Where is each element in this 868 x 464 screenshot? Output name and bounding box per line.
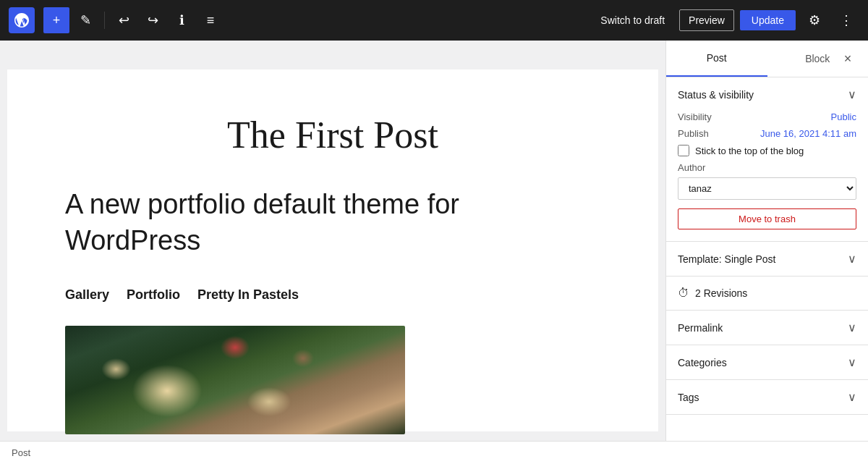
post-image-inner: [65, 326, 405, 434]
permalink-row[interactable]: Permalink ∨: [666, 311, 868, 345]
publish-value[interactable]: June 16, 2021 4:11 am: [760, 128, 856, 139]
toolbar-right: Switch to draft Preview Update ⚙ ⋮: [592, 7, 859, 33]
visibility-label: Visibility: [678, 111, 712, 122]
settings-button[interactable]: ⚙: [801, 7, 827, 33]
editor-content: The First Post A new portfolio default t…: [7, 69, 658, 431]
list-view-button[interactable]: ≡: [197, 7, 224, 33]
stick-to-top-row: Stick to the top of the blog: [678, 145, 856, 156]
status-visibility-section: Status & visibility ∨ Visibility Public …: [666, 77, 868, 242]
switch-to-draft-button[interactable]: Switch to draft: [592, 9, 673, 32]
categories-label: Categories: [678, 357, 727, 368]
status-bar-label: Post: [12, 447, 30, 458]
status-visibility-label: Status & visibility: [678, 89, 754, 101]
main-area: The First Post A new portfolio default t…: [0, 41, 868, 441]
visibility-value[interactable]: Public: [831, 111, 856, 122]
editor-area: The First Post A new portfolio default t…: [0, 41, 665, 441]
sidebar: Post Block × Status & visibility ∨ Visib…: [665, 41, 868, 441]
status-visibility-content: Visibility Public Publish June 16, 2021 …: [666, 111, 868, 241]
toolbar-separator-1: [104, 12, 105, 29]
template-label: Template: Single Post: [678, 253, 775, 265]
revisions-icon: ⏱: [678, 287, 689, 300]
author-label: Author: [678, 162, 856, 173]
post-body[interactable]: A new portfolio default theme for WordPr…: [65, 187, 600, 258]
template-row[interactable]: Template: Single Post ∨: [666, 242, 868, 277]
wp-logo[interactable]: [9, 7, 35, 33]
status-visibility-header[interactable]: Status & visibility ∨: [666, 77, 868, 111]
portfolio-link[interactable]: Portfolio: [127, 287, 180, 303]
author-select[interactable]: tanaz: [678, 177, 856, 200]
details-button[interactable]: ℹ: [169, 7, 195, 33]
status-visibility-chevron: ∨: [848, 88, 856, 101]
revisions-label: 2 Revisions: [695, 287, 747, 299]
close-sidebar-button[interactable]: ×: [836, 47, 859, 70]
stick-to-top-label: Stick to the top of the blog: [695, 145, 804, 156]
template-chevron: ∨: [848, 252, 856, 266]
undo-button[interactable]: ↩: [111, 7, 137, 33]
tags-row[interactable]: Tags ∨: [666, 380, 868, 415]
permalink-chevron: ∨: [848, 321, 856, 334]
categories-chevron: ∨: [848, 355, 856, 369]
post-featured-image: [65, 326, 405, 434]
tab-post[interactable]: Post: [666, 41, 767, 77]
post-title[interactable]: The First Post: [65, 113, 600, 158]
tags-chevron: ∨: [848, 390, 856, 404]
sidebar-tabs: Post Block ×: [666, 41, 868, 77]
post-links: Gallery Portfolio Pretty In Pastels: [65, 287, 600, 303]
categories-row[interactable]: Categories ∨: [666, 345, 868, 380]
gallery-link[interactable]: Gallery: [65, 287, 109, 303]
pretty-in-pastels-link[interactable]: Pretty In Pastels: [197, 287, 299, 303]
visibility-row: Visibility Public: [678, 111, 856, 122]
publish-label: Publish: [678, 128, 709, 139]
status-bar: Post: [0, 441, 868, 464]
stick-to-top-checkbox[interactable]: [678, 145, 689, 156]
redo-button[interactable]: ↪: [140, 7, 166, 33]
preview-button[interactable]: Preview: [679, 9, 734, 31]
update-button[interactable]: Update: [740, 10, 796, 30]
toolbar: + ✎ ↩ ↪ ℹ ≡ Switch to draft Preview Upda…: [0, 0, 868, 41]
tags-label: Tags: [678, 392, 699, 403]
publish-row: Publish June 16, 2021 4:11 am: [678, 128, 856, 139]
more-options-button[interactable]: ⋮: [833, 7, 859, 33]
revisions-row[interactable]: ⏱ 2 Revisions: [666, 277, 868, 311]
tools-button[interactable]: ✎: [72, 7, 98, 33]
move-to-trash-button[interactable]: Move to trash: [678, 208, 856, 229]
add-block-button[interactable]: +: [43, 7, 69, 33]
permalink-label: Permalink: [678, 322, 723, 334]
